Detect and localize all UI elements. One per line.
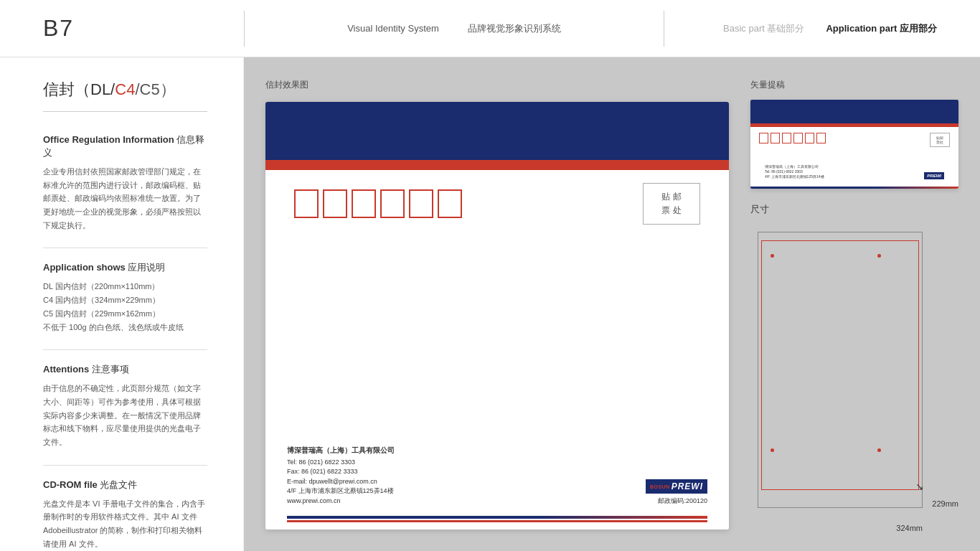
dims-label: 尺寸 [750, 203, 958, 216]
sidebar: 信封（DL/C4/C5） Office Regulation Informati… [0, 57, 244, 551]
vis-label: Visual Identity System [347, 23, 439, 34]
dims-dot-br [877, 448, 881, 452]
section3-title-en: Attentions [43, 364, 89, 375]
page-header: B7 Visual Identity System 品牌视觉形象识别系统 Bas… [0, 0, 980, 57]
thumb-company-name: 博深普瑞高（上海）工具有限公司 [765, 164, 824, 169]
dims-cursor: ↘ [915, 481, 924, 492]
company-info: 博深普瑞高（上海）工具有限公司 Tel: 86 (021) 6822 3303 … [287, 445, 395, 507]
header-left: B7 [43, 15, 244, 42]
logo-text-box: BOSUN PREWI [646, 479, 707, 494]
postal-box-4 [380, 189, 405, 218]
dims-height-label: 229mm [932, 499, 958, 508]
thumb-company-tel: Tel: 86 (021) 6822 3303 [765, 169, 824, 174]
env-top-band [265, 102, 729, 170]
thumb-logo: PREWI [924, 172, 944, 179]
section4-body: 光盘文件是本 VI 手册电子文件的集合，内含手册制作时的专用软件格式文件。其中 … [43, 497, 207, 551]
logo-area: BOSUN PREWI 邮政编码:200120 [646, 479, 707, 506]
thumb-box-5 [805, 133, 814, 143]
postal-code-line: 邮政编码:200120 [658, 496, 707, 506]
section-cdrom: CD-ROM file 光盘文件 光盘文件是本 VI 手册电子文件的集合，内含手… [43, 479, 207, 551]
section1-title: Office Regulation Information 信息释义 [43, 133, 207, 159]
logo-bosun: BOSUN [650, 484, 670, 489]
right-column: 矢量提稿 [750, 79, 958, 529]
app-line-2: C4 国内信封（324mm×229mm） [43, 293, 207, 307]
header-center: Visual Identity System 品牌视觉形象识别系统 [244, 11, 664, 47]
divider1 [43, 248, 207, 248]
main-content: 信封（DL/C4/C5） Office Regulation Informati… [0, 57, 980, 551]
section1-title-en: Office Regulation Information [43, 134, 174, 145]
app-line-4: 不低于 100g 的白色纸、浅色纸或牛皮纸 [43, 321, 207, 334]
section4-title-cn: 光盘文件 [98, 479, 138, 490]
env-footer-line [287, 516, 707, 519]
section1-body: 企业专用信封依照国家邮政管理部门规定，在标准允许的范围内进行设计，邮政编码框、贴… [43, 165, 207, 232]
app-label: Application part 应用部分 [826, 22, 937, 35]
envelope-label: 信封效果图 [265, 79, 729, 91]
company-name: 博深普瑞高（上海）工具有限公司 [287, 445, 395, 456]
section2-title-en: Application shows [43, 262, 126, 273]
postal-box-6 [438, 189, 462, 218]
env-footer-bottom-line [287, 520, 707, 522]
thumb-box-4 [793, 133, 803, 143]
section-application: Application shows 应用说明 DL 国内信封（220mm×110… [43, 261, 207, 334]
logo-prewi: BOSUN PREWI [646, 479, 707, 494]
thumb-company: 博深普瑞高（上海）工具有限公司 Tel: 86 (021) 6822 3303 … [765, 164, 824, 179]
divider3 [43, 465, 207, 466]
thumb-footer-line [750, 187, 958, 189]
dims-dot-tl [771, 254, 774, 258]
stamp-line1: 贴 邮 [661, 191, 681, 203]
thumb-envelope: 贴邮 票处 博深普瑞高（上海）工具有限公司 Tel: 86 (021) 6822… [750, 100, 958, 189]
thumb-postal-boxes [759, 133, 826, 143]
env-footer: 博深普瑞高（上海）工具有限公司 Tel: 86 (021) 6822 3303 … [265, 436, 729, 530]
thumbnail-section: 矢量提稿 [750, 79, 958, 189]
content-area: 信封效果图 贴 邮 [244, 57, 980, 551]
dims-dot-bl [771, 448, 774, 452]
company-address: 4/F 上海市浦东新区北蔡镇125弄14楼 [287, 486, 395, 496]
divider2 [43, 349, 207, 350]
section4-title: CD-ROM file 光盘文件 [43, 479, 207, 491]
app-line-1: DL 国内信封（220mm×110mm） [43, 280, 207, 293]
page-id: B7 [43, 15, 244, 42]
env-footer-top: 博深普瑞高（上海）工具有限公司 Tel: 86 (021) 6822 3303 … [287, 445, 707, 512]
section3-title: Attentions 注意事项 [43, 363, 207, 376]
thumb-company-address: 4/F 上海市浦东新区北蔡镇125弄14楼 [765, 174, 824, 179]
thumb-box-3 [782, 133, 791, 143]
thumb-box-6 [816, 133, 826, 143]
title-c4: C4 [115, 80, 135, 98]
thumb-footer: 博深普瑞高（上海）工具有限公司 Tel: 86 (021) 6822 3303 … [759, 161, 950, 182]
stamp-line2: 票 处 [661, 204, 681, 217]
title-prefix: 信封（DL/ [43, 80, 115, 98]
section4-title-en: CD-ROM file [43, 479, 98, 490]
thumb-box-1 [759, 133, 768, 143]
postal-row: 贴 邮 票 处 [265, 170, 729, 232]
header-right: Basic part 基础部分 Application part 应用部分 [664, 22, 937, 35]
postal-boxes [294, 189, 462, 218]
section2-title: Application shows 应用说明 [43, 261, 207, 274]
envelope-section: 信封效果图 贴 邮 [265, 79, 729, 529]
section3-body: 由于信息的不确定性，此页部分规范（如文字大小、间距等）可作为参考使用，具体可根据… [43, 382, 207, 448]
dims-diagram: ↘ 229mm 324mm [750, 225, 958, 529]
thumb-stamp-text2: 票处 [936, 140, 943, 144]
thumb-box-2 [771, 133, 780, 143]
dims-dot-tr [877, 254, 881, 258]
company-fax: Fax: 86 (021) 6822 3333 [287, 467, 395, 477]
company-tel: Tel: 86 (021) 6822 3303 [287, 458, 395, 468]
stamp-area: 贴 邮 票 处 [643, 183, 700, 225]
brand-label: 品牌视觉形象识别系统 [468, 22, 561, 35]
section3-title-cn: 注意事项 [89, 364, 129, 375]
logo-name: PREWI [672, 481, 703, 491]
app-line-3: C5 国内信封（229mm×162mm） [43, 307, 207, 321]
postal-box-1 [294, 189, 319, 218]
postal-box-3 [352, 189, 376, 218]
company-web: www.prewi.com.cn [287, 496, 395, 507]
thumb-body: 贴邮 票处 博深普瑞高（上海）工具有限公司 Tel: 86 (021) 6822… [750, 127, 958, 187]
sidebar-title: 信封（DL/C4/C5） [43, 79, 207, 112]
thumb-stamp: 贴邮 票处 [930, 133, 950, 147]
dims-width-label: 324mm [896, 524, 923, 532]
title-c5: /C5） [135, 80, 175, 98]
thumb-label: 矢量提稿 [750, 79, 958, 91]
section-attentions: Attentions 注意事项 由于信息的不确定性，此页部分规范（如文字大小、间… [43, 363, 207, 448]
section2-title-cn: 应用说明 [126, 262, 166, 273]
env-body: 贴 邮 票 处 博深普瑞高（上海）工具有限公司 Tel: 86 (021) 68… [265, 170, 729, 529]
postal-box-5 [409, 189, 433, 218]
thumb-top-band [750, 100, 958, 127]
